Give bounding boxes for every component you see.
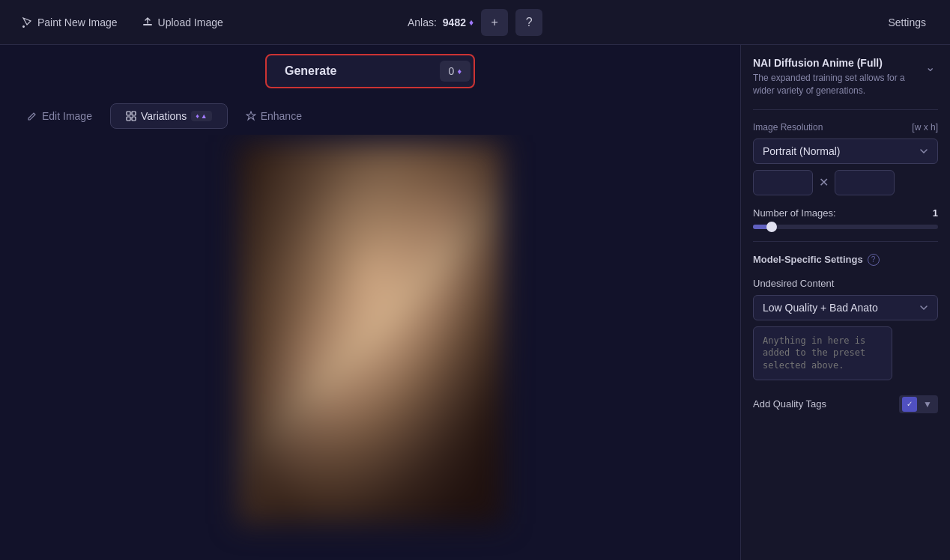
svg-rect-0 — [143, 24, 152, 25]
tabs-bar: Edit Image Variations ♦ ▲ E — [0, 97, 740, 135]
settings-button[interactable]: Settings — [876, 12, 938, 33]
model-description: The expanded training set allows for a w… — [753, 72, 922, 97]
anlas-label: Anlas: — [408, 16, 437, 28]
cost-icon: ♦ — [457, 67, 462, 76]
canvas-image — [238, 142, 503, 524]
num-images-slider-thumb[interactable] — [766, 222, 777, 232]
undesired-dropdown-wrapper: Low Quality + Bad Anato — [753, 295, 938, 320]
generate-container: Generate 0 ♦ — [265, 54, 475, 88]
toggle-icon: ▼ — [920, 397, 935, 412]
model-specific-title: Model-Specific Settings — [753, 254, 863, 265]
help-button[interactable]: ? — [515, 9, 542, 36]
svg-rect-1 — [127, 112, 130, 115]
num-images-slider-wrapper — [753, 225, 938, 229]
undesired-content-label: Undesired Content — [753, 278, 938, 289]
toggle-checkmark: ✓ — [902, 397, 917, 412]
upload-image-button[interactable]: Upload Image — [133, 12, 232, 33]
tab-badge: ♦ ▲ — [191, 111, 212, 121]
paint-new-image-label: Paint New Image — [37, 16, 118, 28]
enhance-icon — [246, 111, 256, 121]
quality-tags-label: Add Quality Tags — [753, 398, 826, 410]
upload-image-label: Upload Image — [158, 16, 223, 28]
upload-icon — [142, 16, 154, 28]
right-sidebar: NAI Diffusion Anime (Full) The expanded … — [740, 45, 950, 560]
canvas-area: Generate 0 ♦ Edit Image — [0, 45, 740, 560]
num-images-value: 1 — [933, 207, 938, 219]
tab-enhance-label: Enhance — [261, 110, 302, 122]
resolution-dropdown-label: Portrait (Normal) — [763, 145, 840, 157]
dropdown-chevron-icon — [919, 147, 928, 156]
undesired-content-textarea[interactable] — [753, 326, 892, 380]
tab-variations[interactable]: Variations ♦ ▲ — [110, 103, 228, 129]
model-info: NAI Diffusion Anime (Full) The expanded … — [753, 57, 922, 97]
model-specific-title-row: Model-Specific Settings ? — [753, 254, 938, 266]
model-header: NAI Diffusion Anime (Full) The expanded … — [753, 57, 938, 97]
generate-cost-badge: 0 ♦ — [440, 61, 471, 82]
tab-edit-label: Edit Image — [42, 110, 92, 122]
divider-1 — [753, 109, 938, 110]
main-content: Generate 0 ♦ Edit Image — [0, 45, 950, 560]
resolution-dropdown[interactable]: Portrait (Normal) — [753, 139, 938, 164]
generate-button[interactable]: Generate — [270, 58, 434, 84]
topnav-right: Settings — [542, 12, 938, 33]
topnav-center: Anlas: 9482 ♦ + ? — [408, 9, 542, 36]
divider-2 — [753, 241, 938, 242]
model-specific-section: Model-Specific Settings ? — [753, 254, 938, 266]
num-images-row: Number of Images: 1 — [753, 207, 938, 219]
resolution-label-row: Image Resolution [w x h] — [753, 122, 938, 133]
svg-rect-3 — [127, 117, 130, 121]
svg-rect-4 — [132, 117, 136, 121]
num-images-label: Number of Images: — [753, 207, 836, 219]
quality-tags-section: Add Quality Tags ✓ ▼ — [753, 395, 938, 413]
resolution-section: Image Resolution [w x h] Portrait (Norma… — [753, 122, 938, 195]
paint-icon — [21, 16, 33, 28]
undesired-chevron-icon — [919, 303, 928, 312]
paint-new-image-button[interactable]: Paint New Image — [12, 12, 127, 33]
tab-edit-image[interactable]: Edit Image — [12, 104, 107, 128]
anlas-value-display: 9482 ♦ — [443, 16, 474, 28]
num-images-section: Number of Images: 1 — [753, 207, 938, 229]
model-title: NAI Diffusion Anime (Full) — [753, 57, 922, 69]
model-specific-help-icon[interactable]: ? — [868, 254, 880, 266]
topnav-left: Paint New Image Upload Image — [12, 12, 408, 33]
anlas-number: 9482 — [443, 16, 466, 28]
edit-icon — [27, 111, 37, 121]
quality-tags-toggle[interactable]: ✓ ▼ — [899, 395, 938, 413]
tab-variations-label: Variations — [141, 110, 187, 122]
badge-icon: ♦ — [196, 112, 199, 120]
variations-icon — [126, 111, 136, 121]
generate-bar: Generate 0 ♦ — [0, 45, 740, 97]
tab-enhance[interactable]: Enhance — [231, 104, 317, 128]
resolution-dropdown-wrapper: Portrait (Normal) — [753, 139, 938, 164]
undesired-content-dropdown[interactable]: Low Quality + Bad Anato — [753, 295, 938, 320]
badge-arrow: ▲ — [201, 112, 208, 120]
resolution-inputs: 512 ✕ 768 — [753, 170, 938, 195]
resolution-dims-label: [w x h] — [912, 122, 938, 133]
height-input[interactable]: 768 — [835, 170, 895, 195]
add-button[interactable]: + — [481, 9, 508, 36]
anlas-icon: ♦ — [469, 17, 474, 28]
anlas-section: Anlas: 9482 ♦ — [408, 16, 474, 28]
times-icon: ✕ — [819, 175, 829, 189]
model-collapse-button[interactable]: ⌄ — [922, 57, 938, 77]
undesired-textarea-wrapper — [753, 326, 938, 383]
num-images-slider-track — [753, 225, 938, 229]
cost-value: 0 — [449, 65, 455, 77]
width-input[interactable]: 512 — [753, 170, 813, 195]
svg-rect-2 — [132, 112, 136, 115]
undesired-preset-label: Low Quality + Bad Anato — [763, 302, 878, 314]
undesired-content-section: Undesired Content Low Quality + Bad Anat… — [753, 278, 938, 383]
resolution-label: Image Resolution — [753, 122, 823, 133]
image-canvas — [0, 135, 740, 560]
top-navigation: Paint New Image Upload Image Anlas: 9482… — [0, 0, 950, 45]
